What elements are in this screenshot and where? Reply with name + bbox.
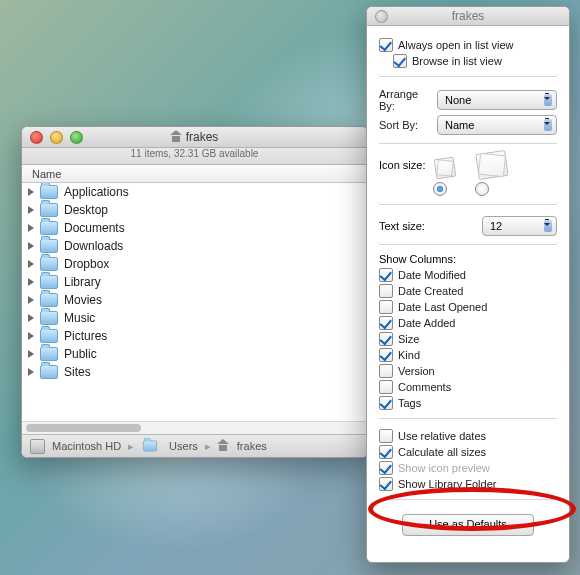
disclosure-triangle-icon[interactable] <box>28 314 34 322</box>
column-date-added-row[interactable]: Date Added <box>379 316 557 330</box>
item-label: Desktop <box>64 203 108 217</box>
icon-size-small-radio[interactable] <box>433 182 447 196</box>
show-icon-preview-row[interactable]: Show icon preview <box>379 461 557 475</box>
column-tags-row[interactable]: Tags <box>379 396 557 410</box>
checkbox-icon[interactable] <box>379 268 393 282</box>
folder-icon <box>40 203 58 217</box>
show-columns-label: Show Columns: <box>379 253 557 265</box>
file-list: ApplicationsDesktopDocumentsDownloadsDro… <box>22 183 367 421</box>
calculate-sizes-row[interactable]: Calculate all sizes <box>379 445 557 459</box>
item-label: Movies <box>64 293 102 307</box>
checkbox-icon[interactable] <box>393 54 407 68</box>
list-item[interactable]: Movies <box>22 291 367 309</box>
disclosure-triangle-icon[interactable] <box>28 368 34 376</box>
zoom-button[interactable] <box>70 131 83 144</box>
icon-small-icon[interactable] <box>435 158 455 178</box>
icon-size-choice <box>435 152 507 178</box>
arrange-by-popup[interactable]: None <box>437 90 557 110</box>
checkbox-icon[interactable] <box>379 364 393 378</box>
column-label: Date Modified <box>398 269 466 281</box>
folder-icon <box>40 347 58 361</box>
item-label: Applications <box>64 185 129 199</box>
item-label: Music <box>64 311 95 325</box>
column-header-name[interactable]: Name <box>22 165 367 183</box>
finder-status: 11 items, 32.31 GB available <box>22 148 367 165</box>
checkbox-icon[interactable] <box>379 396 393 410</box>
disclosure-triangle-icon[interactable] <box>28 224 34 232</box>
column-label: Date Added <box>398 317 456 329</box>
disclosure-triangle-icon[interactable] <box>28 296 34 304</box>
disclosure-triangle-icon[interactable] <box>28 278 34 286</box>
disclosure-triangle-icon[interactable] <box>28 260 34 268</box>
always-open-label: Always open in list view <box>398 39 514 51</box>
checkbox-icon[interactable] <box>379 284 393 298</box>
disclosure-triangle-icon[interactable] <box>28 350 34 358</box>
disclosure-triangle-icon[interactable] <box>28 188 34 196</box>
disclosure-triangle-icon[interactable] <box>28 242 34 250</box>
always-open-row[interactable]: Always open in list view <box>379 38 557 52</box>
show-library-folder-label: Show Library Folder <box>398 478 496 490</box>
horizontal-scrollbar[interactable] <box>22 421 367 434</box>
scroll-thumb[interactable] <box>26 424 141 432</box>
close-button[interactable] <box>375 10 388 23</box>
finder-title: frakes <box>186 130 219 144</box>
minimize-button[interactable] <box>50 131 63 144</box>
icon-large-icon[interactable] <box>477 152 507 178</box>
column-date-modified-row[interactable]: Date Modified <box>379 268 557 282</box>
checkbox-icon[interactable] <box>379 461 393 475</box>
column-kind-row[interactable]: Kind <box>379 348 557 362</box>
finder-titlebar[interactable]: frakes <box>22 127 367 148</box>
relative-dates-row[interactable]: Use relative dates <box>379 429 557 443</box>
use-as-defaults-button[interactable]: Use as Defaults <box>402 514 534 536</box>
checkbox-icon[interactable] <box>379 380 393 394</box>
finder-window: frakes 11 items, 32.31 GB available Name… <box>21 126 368 458</box>
list-item[interactable]: Applications <box>22 183 367 201</box>
checkbox-icon[interactable] <box>379 300 393 314</box>
sort-by-popup[interactable]: Name <box>437 115 557 135</box>
text-size-label: Text size: <box>379 220 425 232</box>
icon-size-large-radio[interactable] <box>475 182 489 196</box>
list-item[interactable]: Dropbox <box>22 255 367 273</box>
column-date-last-opened-row[interactable]: Date Last Opened <box>379 300 557 314</box>
path-home[interactable]: frakes <box>237 440 267 452</box>
list-item[interactable]: Desktop <box>22 201 367 219</box>
browse-row[interactable]: Browse in list view <box>393 54 557 68</box>
folder-icon <box>40 293 58 307</box>
list-item[interactable]: Public <box>22 345 367 363</box>
list-item[interactable]: Documents <box>22 219 367 237</box>
home-icon <box>218 441 229 451</box>
inspector-titlebar[interactable]: frakes <box>367 7 569 26</box>
checkbox-icon[interactable] <box>379 316 393 330</box>
checkbox-icon[interactable] <box>379 429 393 443</box>
column-version-row[interactable]: Version <box>379 364 557 378</box>
column-label: Date Created <box>398 285 463 297</box>
list-item[interactable]: Sites <box>22 363 367 381</box>
disclosure-triangle-icon[interactable] <box>28 332 34 340</box>
show-icon-preview-label: Show icon preview <box>398 462 490 474</box>
show-library-folder-row[interactable]: Show Library Folder <box>379 477 557 491</box>
checkbox-icon[interactable] <box>379 348 393 362</box>
column-label: Comments <box>398 381 451 393</box>
text-size-popup[interactable]: 12 <box>482 216 557 236</box>
checkbox-icon[interactable] <box>379 332 393 346</box>
checkbox-icon[interactable] <box>379 38 393 52</box>
column-date-created-row[interactable]: Date Created <box>379 284 557 298</box>
column-size-row[interactable]: Size <box>379 332 557 346</box>
item-label: Downloads <box>64 239 123 253</box>
path-users[interactable]: Users <box>169 440 198 452</box>
checkbox-icon[interactable] <box>379 445 393 459</box>
path-bar[interactable]: Macintosh HD ▸ Users ▸ frakes <box>22 434 367 457</box>
column-label: Size <box>398 333 419 345</box>
folder-icon <box>40 185 58 199</box>
list-item[interactable]: Pictures <box>22 327 367 345</box>
disclosure-triangle-icon[interactable] <box>28 206 34 214</box>
item-label: Library <box>64 275 101 289</box>
column-comments-row[interactable]: Comments <box>379 380 557 394</box>
checkbox-icon[interactable] <box>379 477 393 491</box>
calculate-sizes-label: Calculate all sizes <box>398 446 486 458</box>
list-item[interactable]: Downloads <box>22 237 367 255</box>
list-item[interactable]: Library <box>22 273 367 291</box>
close-button[interactable] <box>30 131 43 144</box>
list-item[interactable]: Music <box>22 309 367 327</box>
path-hd[interactable]: Macintosh HD <box>52 440 121 452</box>
